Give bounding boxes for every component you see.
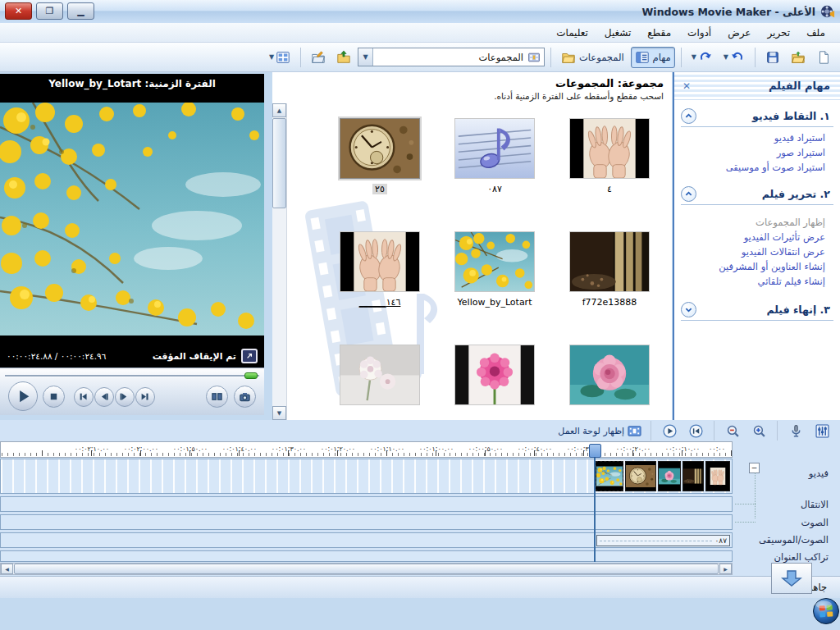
menu-tools[interactable]: أدوات bbox=[679, 25, 719, 41]
undo-dropdown-arrow[interactable]: ▼ bbox=[724, 53, 728, 61]
scrollbar-thumb[interactable] bbox=[272, 118, 286, 208]
close-tasks-pane-icon[interactable]: ✕ bbox=[674, 80, 699, 92]
make-automovie-link[interactable]: إنشاء فيلم تلقائي bbox=[681, 274, 833, 289]
collections-scrollbar[interactable]: ▲ ▼ bbox=[272, 103, 287, 420]
capture-video-header: ١. التقاط فيديو bbox=[681, 108, 833, 127]
step-forward-button[interactable] bbox=[115, 387, 135, 407]
storyboard-icon bbox=[628, 424, 641, 438]
start-button[interactable] bbox=[0, 597, 840, 628]
timeline-ruler[interactable]: ٠٠:٠٠ ٠٠:٠٠:١٠.٠٠ ٠٠:٠٠:٢٠.٠٠ ٠٠:٠٠:٣٠.٠… bbox=[0, 441, 733, 458]
preview-video-area[interactable] bbox=[0, 94, 264, 345]
views-dropdown-arrow[interactable]: ▼ bbox=[269, 53, 274, 61]
edit-movie-title: ٢. تحرير فيلم bbox=[696, 188, 833, 200]
zoom-out-button[interactable] bbox=[721, 422, 744, 440]
seek-bar[interactable] bbox=[5, 372, 259, 379]
import-video-link[interactable]: استيراد فيديو bbox=[681, 130, 833, 145]
open-project-button[interactable] bbox=[787, 47, 810, 68]
close-button[interactable]: ✕ bbox=[5, 2, 32, 20]
collapse-section-button[interactable] bbox=[681, 108, 696, 124]
scroll-up-button[interactable]: ▲ bbox=[272, 103, 286, 117]
timeline-clip-yellow-selected[interactable] bbox=[596, 461, 623, 491]
menu-file[interactable]: ملف bbox=[798, 25, 833, 41]
narrate-timeline-button[interactable] bbox=[784, 422, 807, 440]
clip-label: ٠٨٧ bbox=[485, 184, 504, 194]
ruler-label: ٠٠:٠١:١٠.٠٠ bbox=[368, 445, 407, 453]
clip-columns[interactable]: f772e13888 bbox=[552, 231, 667, 345]
new-project-button[interactable] bbox=[812, 47, 835, 68]
transition-track[interactable] bbox=[0, 496, 733, 512]
scroll-left-button[interactable]: ◀ bbox=[1, 564, 13, 574]
step-back-button[interactable] bbox=[94, 387, 114, 407]
stop-button[interactable] bbox=[43, 386, 65, 408]
clip-music-087[interactable]: ٠٨٧ bbox=[437, 118, 552, 231]
save-project-button[interactable] bbox=[761, 47, 784, 68]
audio-track[interactable] bbox=[0, 514, 733, 530]
clip-clock-25-selected[interactable]: ٢٥ bbox=[322, 118, 437, 231]
video-track[interactable] bbox=[0, 459, 733, 494]
timeline-scrollbar[interactable]: ◀ ▶ bbox=[0, 563, 733, 575]
take-picture-button[interactable] bbox=[234, 386, 256, 408]
views-button[interactable]: ▼ bbox=[265, 47, 294, 68]
menu-edit[interactable]: تحرير bbox=[760, 25, 799, 41]
ruler-label: ٠٠:٠١:٢٠.٠٠ bbox=[318, 445, 358, 453]
timeline-clip-hands[interactable] bbox=[705, 461, 730, 491]
undo-button[interactable]: ▼ bbox=[719, 47, 749, 68]
play-button[interactable] bbox=[8, 381, 38, 411]
combo-dropdown-arrow[interactable]: ▼ bbox=[358, 48, 373, 66]
import-audio-link[interactable]: استيراد صوت أو موسيقى bbox=[681, 160, 833, 175]
clip-hands-4[interactable]: ٤ bbox=[552, 118, 667, 231]
redo-button[interactable]: ▼ bbox=[687, 47, 717, 68]
audio-music-track[interactable]: ٠٨٧ bbox=[0, 532, 733, 548]
split-clip-button[interactable] bbox=[206, 386, 228, 408]
audio-levels-icon bbox=[815, 424, 829, 438]
timeline-clip-clock[interactable] bbox=[625, 461, 656, 491]
previous-frame-button[interactable] bbox=[74, 387, 94, 407]
clip-yellow-by-lotart[interactable]: Yellow_by_Lotart bbox=[437, 231, 552, 345]
scroll-down-button[interactable]: ▼ bbox=[272, 406, 286, 420]
view-video-effects-link[interactable]: عرض تأثيرات الفيديو bbox=[681, 230, 833, 244]
collections-toggle-button[interactable]: المجموعات bbox=[557, 47, 628, 68]
import-pictures-link[interactable]: استيراد صور bbox=[681, 145, 833, 160]
play-timeline-button[interactable] bbox=[658, 422, 681, 440]
timeline-pane-toggle-button[interactable] bbox=[771, 563, 812, 594]
clip-grid: ٤ ٠٨٧ ٢٥ f772e13888 Yellow_by_Lotart ١٤٦… bbox=[306, 118, 667, 420]
menu-view[interactable]: عرض bbox=[719, 25, 759, 41]
clip-white-flowers[interactable] bbox=[322, 345, 437, 420]
fullscreen-icon[interactable] bbox=[241, 349, 258, 363]
rewind-timeline-button[interactable] bbox=[684, 422, 707, 440]
timeline-clip-rose[interactable] bbox=[658, 461, 681, 491]
next-frame-button[interactable] bbox=[135, 387, 155, 407]
show-storyboard-button[interactable]: إظهار لوحة العمل bbox=[555, 422, 644, 440]
clip-pink-flower[interactable] bbox=[437, 345, 552, 420]
collection-combobox[interactable]: المجموعات ▼ bbox=[358, 48, 545, 66]
minimize-button[interactable]: ▁ bbox=[67, 2, 94, 20]
view-video-transitions-link[interactable]: عرض انتقالات الفيديو bbox=[681, 244, 833, 259]
audio-levels-button[interactable] bbox=[810, 422, 833, 440]
capture-video-title: ١. التقاط فيديو bbox=[696, 110, 833, 122]
expand-section-button[interactable] bbox=[681, 302, 696, 317]
make-titles-credits-link[interactable]: إنشاء العناوين أو المشرفين bbox=[681, 259, 833, 274]
seek-thumb[interactable] bbox=[244, 372, 258, 379]
restore-button[interactable]: ❐ bbox=[36, 2, 63, 20]
timeline-scrollbar-thumb[interactable] bbox=[14, 564, 719, 574]
menu-play[interactable]: تشغيل bbox=[596, 25, 640, 41]
redo-dropdown-arrow[interactable]: ▼ bbox=[692, 53, 696, 61]
menu-help[interactable]: تعليمات bbox=[548, 25, 596, 41]
title-overlay-track[interactable] bbox=[0, 550, 733, 562]
tasks-toggle-button[interactable]: مهام bbox=[631, 47, 675, 68]
zoom-in-button[interactable] bbox=[747, 422, 770, 440]
up-one-level-button[interactable] bbox=[332, 47, 355, 68]
timeline-clip-columns[interactable] bbox=[682, 461, 704, 491]
scroll-right-button[interactable]: ▶ bbox=[719, 564, 732, 574]
music-clip-087[interactable]: ٠٨٧ bbox=[596, 535, 730, 546]
collapse-section-button[interactable] bbox=[681, 186, 696, 202]
clip-rose[interactable] bbox=[552, 345, 667, 420]
movie-tasks-title: مهام الفيلم bbox=[699, 80, 840, 92]
window-title: الأعلى - Windows Movie Maker bbox=[642, 6, 820, 18]
playhead-handle[interactable] bbox=[589, 444, 601, 458]
playhead-line[interactable] bbox=[594, 458, 596, 562]
show-collections-link[interactable]: إظهار المجموعات bbox=[681, 215, 833, 230]
clip-hands-146[interactable]: ١٤٦______ bbox=[322, 231, 437, 345]
new-collection-button[interactable] bbox=[307, 47, 330, 68]
menu-clip[interactable]: مقطع bbox=[639, 25, 679, 41]
